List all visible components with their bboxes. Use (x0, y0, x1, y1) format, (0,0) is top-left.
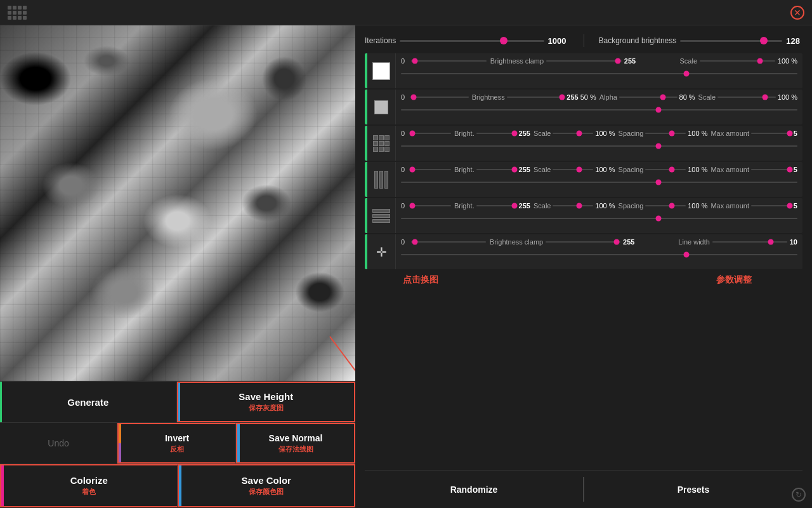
l5s1[interactable] (410, 201, 451, 210)
bottom-controls: Generate Save Height 保存灰度图 Undo Invert 反… (0, 381, 355, 508)
generate-button[interactable]: Generate (0, 382, 177, 422)
bg-brightness-control: Background brightness 128 (599, 34, 803, 47)
l3-full[interactable] (401, 142, 797, 150)
layer2-s3[interactable] (619, 93, 678, 102)
bg-brightness-value: 128 (786, 36, 802, 46)
layer-row: 0 Bright. 255 Scale 100 % Spacing 100 % … (365, 162, 802, 197)
normal-stripe (237, 424, 240, 462)
layer1-slider2[interactable] (546, 57, 622, 65)
iterations-control: Iterations 1000 (365, 34, 569, 47)
bg-brightness-label: Background brightness (599, 36, 677, 45)
iterations-value: 1000 (548, 36, 569, 46)
layer-row: 0 Bright. 255 Scale 100 % Spacing 100 % … (365, 126, 802, 161)
l3s5[interactable] (751, 129, 792, 138)
layer-icon-hbars (367, 198, 396, 233)
btn-row-3: Colorize 着色 Save Color 保存颜色图 (0, 464, 355, 507)
presets-button[interactable]: Presets (584, 477, 802, 502)
layer-row: 0 Brightness clamp 255 Scale 100 % (365, 53, 802, 88)
layer-3-controls: 0 Bright. 255 Scale 100 % Spacing 100 % … (396, 126, 802, 161)
invert-sublabel: 反相 (170, 444, 184, 454)
btn-row-1: Generate Save Height 保存灰度图 (0, 382, 355, 423)
l3s1[interactable] (410, 129, 451, 138)
left-panel: Generate Save Height 保存灰度图 Undo Invert 反… (0, 25, 355, 508)
colorize-sublabel: 着色 (82, 487, 96, 497)
layer-icon-sm-square (367, 90, 396, 124)
invert-label: Invert (165, 433, 189, 443)
randomize-button[interactable]: Randomize (365, 477, 584, 502)
colorize-button[interactable]: Colorize 着色 (0, 464, 178, 507)
l5s4[interactable] (645, 201, 686, 210)
layer2-s1[interactable] (410, 93, 469, 102)
layer-1-controls: 0 Brightness clamp 255 Scale 100 % (396, 53, 802, 88)
layer-icon-grid9 (367, 126, 396, 161)
l3s2[interactable] (476, 129, 517, 138)
close-button[interactable]: ✕ (790, 6, 804, 20)
invert-button[interactable]: Invert 反相 (117, 423, 236, 464)
l4s4[interactable] (645, 165, 686, 174)
save-color-label: Save Color (242, 475, 291, 486)
l5-full[interactable] (401, 214, 797, 223)
layer1-slider-full[interactable] (401, 69, 797, 78)
bg-brightness-slider[interactable] (680, 34, 782, 47)
iterations-label: Iterations (365, 36, 396, 45)
layer-row: 0 Bright. 255 Scale 100 % Spacing 100 % … (365, 198, 802, 233)
undo-button[interactable]: Undo (0, 423, 117, 464)
grid-icon (8, 6, 27, 20)
iterations-slider[interactable] (400, 34, 544, 47)
layer2-s4[interactable] (717, 93, 776, 102)
layer-6-controls: 0 Brightness clamp 255 Line width 10 (396, 234, 802, 269)
layer-4-controls: 0 Bright. 255 Scale 100 % Spacing 100 % … (396, 162, 802, 197)
save-normal-label: Save Normal (269, 433, 323, 443)
l6-full[interactable] (401, 250, 797, 259)
canvas-image[interactable] (0, 25, 355, 381)
canvas-area[interactable] (0, 25, 355, 381)
save-color-button[interactable]: Save Color 保存颜色图 (178, 464, 356, 507)
annotation-param-adjust: 参数调整 (716, 274, 752, 286)
annotation-click-change: 点击换图 (403, 274, 438, 286)
global-controls-row: Iterations 1000 Background brightness 12… (365, 32, 802, 50)
l6s2[interactable] (546, 237, 620, 246)
l4-full[interactable] (401, 178, 797, 187)
l3s3[interactable] (553, 129, 593, 138)
l3s4[interactable] (645, 129, 686, 138)
l5s3[interactable] (553, 201, 593, 210)
l5s2[interactable] (476, 201, 517, 210)
layer-icon-cross: ✛ (367, 234, 396, 269)
layer2-s2[interactable] (507, 93, 565, 102)
layer1-slider3[interactable] (700, 57, 775, 65)
right-panel: Iterations 1000 Background brightness 12… (355, 25, 812, 508)
save-color-sublabel: 保存颜色图 (249, 487, 284, 497)
save-normal-button[interactable]: Save Normal 保存法线图 (236, 423, 355, 464)
layer1-slider1[interactable] (411, 57, 487, 65)
refresh-icon[interactable]: ↻ (792, 488, 806, 502)
main-content: Generate Save Height 保存灰度图 Undo Invert 反… (0, 25, 812, 508)
layer-5-controls: 0 Bright. 255 Scale 100 % Spacing 100 % … (396, 198, 802, 233)
layer-icon-whitesquare (367, 53, 396, 88)
colorize-stripe (1, 465, 4, 506)
invert-stripe (119, 424, 121, 462)
l4s3[interactable] (553, 165, 593, 174)
save-normal-sublabel: 保存法线图 (278, 444, 313, 454)
layer2-slider-full[interactable] (401, 105, 797, 114)
l6s1[interactable] (411, 237, 486, 246)
l4s1[interactable] (410, 165, 451, 174)
layer-row: 0 Brightness 255 50 % Alpha 80 % Sc (365, 90, 802, 124)
layer-row: ✛ 0 Brightness clamp 255 Line width 10 (365, 234, 802, 269)
save-color-stripe (179, 465, 181, 506)
btn-row-2: Undo Invert 反相 Save Normal 保存法线图 (0, 423, 355, 464)
layer-icon-vbars (367, 162, 396, 197)
top-bar: ✕ (0, 0, 812, 25)
colorize-label: Colorize (70, 475, 108, 486)
save-height-label: Save Height (239, 391, 293, 402)
l4s5[interactable] (751, 165, 792, 174)
save-height-button[interactable]: Save Height 保存灰度图 (177, 382, 356, 422)
bottom-buttons: Randomize Presets (365, 470, 802, 502)
l4s2[interactable] (476, 165, 517, 174)
l5s5[interactable] (751, 201, 792, 210)
save-height-sublabel: 保存灰度图 (249, 403, 284, 413)
layer-2-controls: 0 Brightness 255 50 % Alpha 80 % Sc (396, 90, 802, 124)
l6s3[interactable] (712, 237, 787, 246)
